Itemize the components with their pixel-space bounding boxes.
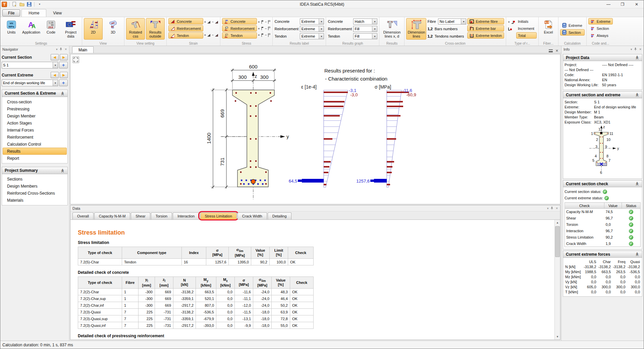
units-button[interactable]: kNMPa Units xyxy=(2,18,21,40)
minimize-button[interactable]: — xyxy=(601,0,615,8)
next-section-button[interactable]: ▶ xyxy=(60,54,68,60)
tab-home[interactable]: Home xyxy=(21,9,46,17)
extreme-tendon-button[interactable]: Extreme tendon xyxy=(467,32,504,39)
navigator-item-results[interactable]: Results xyxy=(3,148,67,155)
project-data-button[interactable]: Project data xyxy=(61,18,80,40)
view-3d-button[interactable]: 3D xyxy=(104,18,122,40)
extreme-fibre-button[interactable]: Extreme fibre xyxy=(467,18,504,24)
panel-menu-icon[interactable]: ▾ xyxy=(56,48,58,51)
close-button[interactable]: ✕ xyxy=(630,0,644,8)
stress-add-remove-concrete[interactable]: +− xyxy=(258,19,271,25)
current-section-check-header[interactable]: Current section check ≪ xyxy=(563,180,642,187)
navigator-item-design-members[interactable]: Design Members xyxy=(3,183,67,190)
stress-reinforcement-button[interactable]: Reinforcement xyxy=(222,25,257,32)
scrollbar-thumb[interactable] xyxy=(555,226,560,257)
initials-button[interactable]: Initials xyxy=(516,18,537,24)
navigator-item-sections[interactable]: Sections xyxy=(3,176,67,183)
data-tab-interaction[interactable]: Interaction xyxy=(173,212,199,219)
current-section-extreme-header[interactable]: Current section and extreme ≪ xyxy=(563,91,642,98)
navigator-item-prestressing[interactable]: Prestressing xyxy=(3,105,67,112)
results-graph-tendon-select[interactable]: Fill▼ xyxy=(353,33,377,39)
data-tab-detailing[interactable]: Detailing xyxy=(268,212,291,219)
previous-extreme-button[interactable]: ◀ xyxy=(51,72,59,78)
calculation-extreme-button[interactable]: Extreme xyxy=(560,22,585,29)
rotated-css-button[interactable]: Rotated css xyxy=(126,18,145,40)
navigator-item-reinforced-cross-sections[interactable]: Reinforced Cross-Sections xyxy=(3,190,67,197)
close-icon[interactable]: ✕ xyxy=(555,207,558,210)
close-icon[interactable]: ✕ xyxy=(639,48,642,51)
chevron-down-icon[interactable]: ▼ xyxy=(372,26,377,32)
dimension-lines-button[interactable]: Dimension lines xyxy=(406,18,426,40)
strain-tendon-button[interactable]: Tendon xyxy=(168,32,203,39)
navigator-item-calculation-control[interactable]: Calculation Control xyxy=(3,141,67,148)
tab-view[interactable]: View xyxy=(46,9,68,17)
scroll-up-icon[interactable]: ▲ xyxy=(555,220,560,226)
current-section-select[interactable]: S 1▼ xyxy=(2,62,58,68)
save-icon[interactable] xyxy=(26,1,32,7)
total-button[interactable]: Total xyxy=(516,32,537,39)
expand-view-icon[interactable] xyxy=(72,56,79,63)
tab-list-icon[interactable] xyxy=(549,49,553,52)
code-always-button[interactable]: Always xyxy=(588,32,613,39)
file-button[interactable]: File xyxy=(2,9,20,16)
excel-button[interactable]: XLS Excel xyxy=(540,18,556,40)
strain-concrete-button[interactable]: Concrete xyxy=(168,18,203,24)
chevron-down-icon[interactable]: ▼ xyxy=(372,19,377,24)
add-section-button[interactable]: + xyxy=(59,62,68,68)
project-data-header[interactable]: Project Data ≪ xyxy=(563,54,642,61)
data-tab-overall[interactable]: Overall xyxy=(72,212,94,219)
chevron-down-icon[interactable]: ▼ xyxy=(319,34,324,39)
pin-icon[interactable] xyxy=(634,47,637,51)
application-button[interactable]: AA Application xyxy=(22,18,41,40)
next-extreme-button[interactable]: ▶ xyxy=(60,72,68,78)
chevron-down-icon[interactable]: ▼ xyxy=(319,19,324,24)
panel-menu-icon[interactable]: ▾ xyxy=(631,48,632,51)
open-project-icon[interactable] xyxy=(19,1,25,7)
navigator-item-materials[interactable]: Materials xyxy=(3,197,67,204)
maximize-button[interactable]: ❐ xyxy=(615,0,630,8)
chevron-down-icon[interactable]: ▼ xyxy=(53,62,58,68)
current-extreme-select[interactable]: End of design working life▼ xyxy=(2,80,58,86)
code-button[interactable]: 1,159025.8 Code xyxy=(42,18,60,40)
view-2d-button[interactable]: 2D xyxy=(84,18,103,40)
navigator-item-cross-section[interactable]: Cross-section xyxy=(3,98,67,105)
collapse-icon[interactable]: ≪ xyxy=(635,56,640,60)
calculation-section-button[interactable]: Section xyxy=(560,29,585,36)
results-label-concrete-select[interactable]: Extreme▼ xyxy=(300,18,324,24)
extreme-bar-button[interactable]: Extreme bar xyxy=(467,25,504,32)
strain-reinforcement-button[interactable]: Reinforcement xyxy=(168,25,203,32)
vertical-scrollbar[interactable]: ▲ ▼ xyxy=(554,220,560,340)
tab-main[interactable]: Main xyxy=(72,46,94,53)
pin-icon[interactable] xyxy=(59,47,62,51)
navigator-group-project-summary[interactable]: Project Summary ≪ xyxy=(2,167,68,174)
navigator-group-current-section-extreme[interactable]: Current Section & Extreme ≪ xyxy=(2,90,68,97)
add-extreme-button[interactable]: + xyxy=(59,80,68,86)
collapse-icon[interactable]: ≪ xyxy=(635,182,640,186)
results-label-tendon-select[interactable]: Extreme▼ xyxy=(300,33,324,39)
chevron-down-icon[interactable]: ▼ xyxy=(461,19,466,24)
stress-add-remove-reinforcement[interactable]: +− xyxy=(258,26,271,32)
results-graph-reinforcement-select[interactable]: Fill▼ xyxy=(353,26,377,32)
data-tab-torsion[interactable]: Torsion xyxy=(151,212,172,219)
quick-access-menu-icon[interactable]: ▾ xyxy=(37,1,43,7)
current-extreme-forces-header[interactable]: Current extreme forces ≪ xyxy=(563,251,642,258)
navigator-item-report[interactable]: Report xyxy=(3,155,67,162)
navigator-item-reinforcement[interactable]: Reinforcement xyxy=(3,134,67,141)
collapse-icon[interactable]: ≪ xyxy=(61,91,65,95)
code-extreme-button[interactable]: Extreme xyxy=(588,18,613,24)
data-tab-crack-width[interactable]: Crack Width xyxy=(237,212,267,219)
results-graph-concrete-select[interactable]: Hatch▼ xyxy=(353,18,377,24)
results-label-reinforcement-select[interactable]: Extreme▼ xyxy=(300,26,324,32)
navigator-item-internal-forces[interactable]: Internal Forces xyxy=(3,127,67,134)
collapse-icon[interactable]: ≪ xyxy=(61,168,65,172)
collapse-icon[interactable]: ≪ xyxy=(635,93,640,97)
dimension-lines-xd-button[interactable]: Dimension lines x, d xyxy=(381,18,402,40)
stress-concrete-button[interactable]: Concrete xyxy=(222,18,257,24)
previous-section-button[interactable]: ◀ xyxy=(51,54,59,60)
strain-add-remove-tendon[interactable]: +− xyxy=(204,32,219,38)
close-icon[interactable]: ✕ xyxy=(64,48,67,51)
tendons-numbers-toggle[interactable]: 1,2Tendons numbers xyxy=(427,33,466,40)
data-tab-stress-limitation[interactable]: Stress Limitation xyxy=(200,212,237,219)
close-tab-icon[interactable]: ✕ xyxy=(555,49,558,53)
stress-add-remove-tendon[interactable]: +− xyxy=(258,32,271,38)
